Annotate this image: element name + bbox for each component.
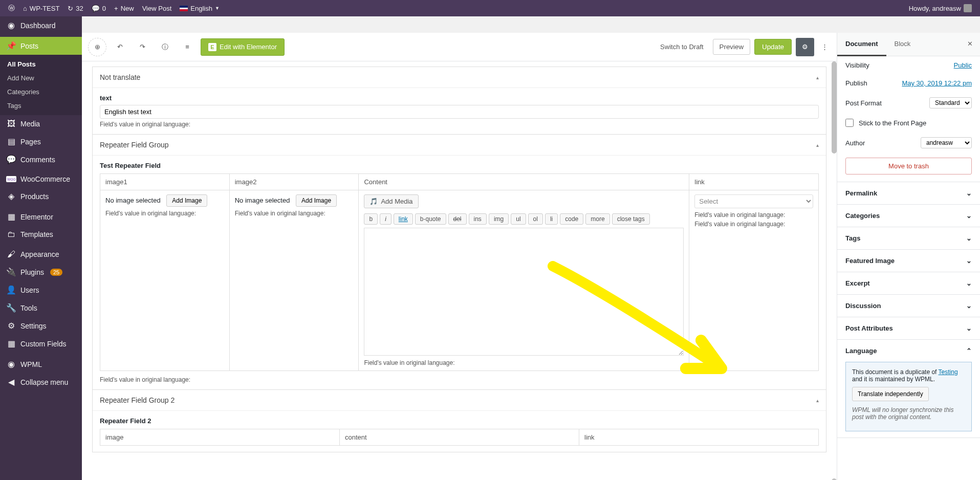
acc-categories[interactable]: Categories⌄ (837, 205, 980, 227)
sidebar-item-tools[interactable]: 🔧Tools (0, 299, 82, 317)
add-block-button[interactable]: ⊕ (88, 38, 106, 56)
panel-repeater-group-header[interactable]: Repeater Field Group▴ (93, 135, 826, 155)
sidebar-sub-categories[interactable]: Categories (0, 85, 82, 99)
sidebar-sub-tags[interactable]: Tags (0, 99, 82, 113)
comments-link[interactable]: 💬0 (88, 0, 110, 16)
sidebar-item-elementor[interactable]: ▦Elementor (0, 208, 82, 226)
repeater-field2-label: Repeater Field 2 (100, 417, 819, 425)
content-textarea[interactable] (364, 228, 684, 356)
site-name-link[interactable]: ⌂WP-TEST (19, 0, 63, 16)
orig-lang-note: Field's value in original language: (364, 359, 684, 366)
account-link[interactable]: Howdy, andreasw (905, 0, 976, 16)
qtag-b[interactable]: b (364, 213, 378, 225)
text-field-input[interactable] (100, 105, 819, 119)
qtag-close-tags[interactable]: close tags (612, 213, 650, 225)
acc-discussion[interactable]: Discussion⌄ (837, 295, 980, 317)
sidebar-item-posts[interactable]: 📌Posts (0, 37, 82, 55)
add-media-button[interactable]: 🎵Add Media (364, 194, 418, 208)
language-switcher[interactable]: English▼ (176, 0, 224, 16)
qtag-link[interactable]: link (394, 213, 413, 225)
tab-block[interactable]: Block (886, 33, 919, 56)
more-menu-button[interactable]: ⋮ (818, 38, 831, 56)
acc-excerpt[interactable]: Excerpt⌄ (837, 272, 980, 294)
sidebar-item-media[interactable]: 🖾Media (0, 115, 82, 133)
view-post-link[interactable]: View Post (138, 0, 176, 16)
col2-link: link (579, 429, 819, 446)
qtag-ins[interactable]: ins (469, 213, 487, 225)
wordpress-icon: ⓦ (8, 4, 15, 13)
undo-button[interactable]: ↶ (111, 38, 129, 56)
sidebar-item-custom-fields[interactable]: ▦Custom Fields (0, 335, 82, 353)
qtag-more[interactable]: more (585, 213, 609, 225)
close-icon: ✕ (967, 40, 973, 48)
tab-document[interactable]: Document (837, 33, 886, 56)
sidebar-item-pages[interactable]: ▤Pages (0, 133, 82, 150)
sidebar-item-users[interactable]: 👤Users (0, 281, 82, 299)
visibility-value[interactable]: Public (954, 61, 972, 69)
chevron-down-icon: ⌄ (966, 212, 972, 220)
outline-button[interactable]: ≡ (178, 38, 197, 56)
chevron-down-icon: ⌄ (966, 324, 972, 332)
update-button[interactable]: Update (754, 39, 792, 55)
info-button[interactable]: ⓘ (156, 38, 174, 56)
sidebar-sub-add-new[interactable]: Add New (0, 71, 82, 85)
switch-draft-button[interactable]: Switch to Draft (655, 39, 709, 55)
qtag-code[interactable]: code (560, 213, 583, 225)
acc-featured-image[interactable]: Featured Image⌄ (837, 250, 980, 272)
redo-button[interactable]: ↷ (133, 38, 151, 56)
post-format-select[interactable]: Standard (929, 97, 972, 108)
no-image-text: No image selected (105, 197, 161, 204)
qtag-i[interactable]: i (380, 213, 391, 225)
close-settings-button[interactable]: ✕ (960, 33, 980, 56)
acc-tags[interactable]: Tags⌄ (837, 227, 980, 249)
translate-independently-button[interactable]: Translate independently (852, 387, 929, 401)
qtag-img[interactable]: img (489, 213, 509, 225)
qtag-bquote[interactable]: b-quote (415, 213, 446, 225)
sidebar-sub-all-posts[interactable]: All Posts (0, 57, 82, 71)
caret-up-icon: ▴ (816, 142, 819, 148)
sidebar-item-templates[interactable]: 🗀Templates (0, 226, 82, 243)
templates-icon: 🗀 (6, 230, 16, 239)
col2-content: content (340, 429, 579, 446)
author-select[interactable]: andreasw (921, 137, 972, 148)
testing-link[interactable]: Testing (939, 368, 958, 376)
sidebar-item-plugins[interactable]: 🔌Plugins25 (0, 263, 82, 281)
settings-toggle-button[interactable]: ⚙ (796, 38, 814, 56)
chevron-down-icon: ⌄ (966, 257, 972, 265)
comment-icon: 💬 (92, 5, 100, 12)
edit-elementor-button[interactable]: EEdit with Elementor (201, 38, 285, 56)
publish-value[interactable]: May 30, 2019 12:22 pm (902, 79, 972, 87)
sidebar-item-settings[interactable]: ⚙Settings (0, 317, 82, 335)
add-image-button-1[interactable]: Add Image (166, 194, 207, 207)
editor-body[interactable]: Not translate▴ text Field's value in ori… (82, 61, 837, 480)
acc-post-attributes[interactable]: Post Attributes⌄ (837, 317, 980, 339)
move-to-trash-button[interactable]: Move to trash (845, 158, 972, 174)
sidebar-item-woocommerce[interactable]: wooWooCommerce (0, 171, 82, 187)
qtag-del[interactable]: del (448, 213, 467, 225)
add-image-button-2[interactable]: Add Image (296, 194, 337, 207)
new-link[interactable]: +New (110, 0, 138, 16)
qtag-li[interactable]: li (545, 213, 558, 225)
sidebar-collapse[interactable]: ◀Collapse menu (0, 373, 82, 391)
chevron-down-icon: ⌄ (966, 234, 972, 242)
media-icon: 🖾 (6, 119, 16, 128)
wp-logo[interactable]: ⓦ (4, 0, 19, 16)
panel-not-translate-header[interactable]: Not translate▴ (93, 67, 826, 88)
sidebar-item-appearance[interactable]: 🖌Appearance (0, 246, 82, 263)
acc-permalink[interactable]: Permalink⌄ (837, 182, 980, 204)
qtag-ol[interactable]: ol (528, 213, 543, 225)
scrollbar-thumb[interactable] (832, 61, 837, 154)
acc-language[interactable]: Language⌃ (837, 340, 980, 362)
preview-button[interactable]: Preview (713, 39, 750, 55)
stick-checkbox[interactable] (845, 119, 854, 127)
qtag-ul[interactable]: ul (511, 213, 526, 225)
sidebar-item-dashboard[interactable]: ◉Dashboard (0, 16, 82, 34)
sidebar-item-wpml[interactable]: ◉WPML (0, 355, 82, 373)
sidebar-item-comments[interactable]: 💬Comments (0, 150, 82, 168)
pin-icon: 📌 (6, 41, 16, 51)
updates-link[interactable]: ↻32 (63, 0, 87, 16)
link-select[interactable]: Select (694, 194, 813, 208)
sidebar-item-products[interactable]: ◈Products (0, 187, 82, 205)
panel-repeater-group2-header[interactable]: Repeater Field Group 2▴ (93, 390, 826, 410)
repeater-table-2: image content link (100, 429, 819, 446)
